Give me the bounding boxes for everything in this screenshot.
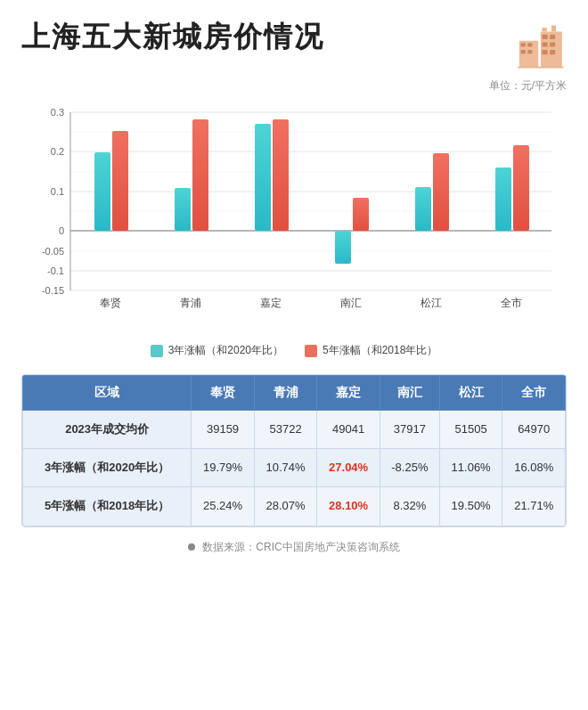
svg-text:嘉定: 嘉定 bbox=[260, 297, 282, 309]
cell: -8.25% bbox=[380, 449, 439, 487]
svg-rect-5 bbox=[550, 42, 555, 46]
legend-5yr: 5年涨幅（和2018年比） bbox=[305, 343, 437, 358]
cell: 27.04% bbox=[317, 449, 380, 487]
header: 上海五大新城房价情况 bbox=[21, 18, 567, 71]
col-header-songjiang: 松江 bbox=[439, 376, 502, 411]
svg-rect-45 bbox=[415, 187, 431, 231]
svg-rect-42 bbox=[335, 231, 351, 264]
building-icon bbox=[513, 18, 567, 71]
svg-rect-46 bbox=[433, 153, 449, 231]
svg-rect-8 bbox=[521, 43, 526, 46]
data-source: 数据来源：CRIC中国房地产决策咨询系统 bbox=[21, 540, 567, 555]
cell: 21.71% bbox=[502, 487, 566, 526]
svg-text:青浦: 青浦 bbox=[180, 297, 201, 309]
svg-rect-12 bbox=[543, 28, 547, 31]
svg-text:-0.15: -0.15 bbox=[42, 285, 64, 296]
row-label: 5年涨幅（和2018年比） bbox=[23, 487, 192, 526]
svg-rect-4 bbox=[543, 42, 548, 46]
cell: 28.07% bbox=[254, 487, 317, 526]
svg-rect-3 bbox=[550, 35, 555, 39]
svg-rect-34 bbox=[112, 131, 128, 231]
cell: 10.74% bbox=[254, 449, 317, 487]
col-header-qingpu: 青浦 bbox=[254, 376, 317, 411]
svg-rect-39 bbox=[255, 124, 271, 231]
cell: 64970 bbox=[502, 411, 566, 449]
cell: 16.08% bbox=[502, 449, 566, 487]
col-header-quanshi: 全市 bbox=[502, 376, 566, 411]
svg-text:全市: 全市 bbox=[501, 297, 522, 309]
svg-text:松江: 松江 bbox=[421, 297, 442, 309]
col-header-nanhui: 南汇 bbox=[380, 376, 439, 411]
cell: 11.06% bbox=[439, 449, 502, 487]
legend-label-5yr: 5年涨幅（和2018年比） bbox=[323, 343, 437, 358]
svg-rect-11 bbox=[527, 50, 532, 53]
cell: 28.10% bbox=[317, 487, 380, 526]
legend-label-3yr: 3年涨幅（和2020年比） bbox=[168, 343, 283, 358]
svg-rect-36 bbox=[175, 188, 191, 231]
svg-text:0.3: 0.3 bbox=[51, 107, 64, 118]
cell: 19.50% bbox=[439, 487, 502, 526]
svg-text:奉贤: 奉贤 bbox=[100, 297, 121, 309]
cell: 51505 bbox=[439, 411, 502, 449]
data-table: 区域 奉贤 青浦 嘉定 南汇 松江 全市 2023年成交均价3915953722… bbox=[21, 374, 567, 527]
col-header-region: 区域 bbox=[23, 376, 192, 411]
svg-rect-37 bbox=[192, 119, 208, 231]
svg-rect-40 bbox=[273, 119, 289, 231]
table-row: 3年涨幅（和2020年比）19.79%10.74%27.04%-8.25%11.… bbox=[23, 449, 566, 487]
chart-legend: 3年涨幅（和2020年比） 5年涨幅（和2018年比） bbox=[21, 343, 567, 358]
page-title: 上海五大新城房价情况 bbox=[21, 18, 324, 57]
source-dot-icon bbox=[188, 543, 195, 551]
table-row: 5年涨幅（和2018年比）25.24%28.07%28.10%8.32%19.5… bbox=[23, 487, 566, 526]
cell: 49041 bbox=[317, 411, 380, 449]
source-text: 数据来源：CRIC中国房地产决策咨询系统 bbox=[202, 540, 399, 555]
legend-3yr: 3年涨幅（和2020年比） bbox=[151, 343, 283, 358]
table-row: 2023年成交均价391595372249041379175150564970 bbox=[23, 411, 566, 449]
col-header-fengxian: 奉贤 bbox=[192, 376, 255, 411]
legend-dot-3yr bbox=[151, 345, 163, 357]
col-header-jiading: 嘉定 bbox=[317, 376, 380, 411]
svg-rect-48 bbox=[495, 167, 511, 231]
cell: 39159 bbox=[192, 411, 255, 449]
cell: 37917 bbox=[380, 411, 439, 449]
svg-rect-7 bbox=[550, 50, 555, 54]
svg-rect-6 bbox=[543, 50, 548, 54]
row-label: 3年涨幅（和2020年比） bbox=[23, 449, 192, 487]
row-label: 2023年成交均价 bbox=[23, 411, 192, 449]
svg-text:-0.1: -0.1 bbox=[47, 265, 64, 276]
svg-rect-13 bbox=[551, 26, 556, 32]
svg-rect-9 bbox=[527, 43, 532, 46]
svg-rect-43 bbox=[353, 198, 369, 231]
svg-rect-33 bbox=[94, 152, 110, 231]
legend-dot-5yr bbox=[305, 345, 317, 357]
svg-text:0.1: 0.1 bbox=[51, 186, 64, 197]
cell: 8.32% bbox=[380, 487, 439, 526]
bar-chart: 0.3 0.2 0.1 0 -0.05 -0.1 -0.15 bbox=[21, 99, 567, 331]
unit-label: 单位：元/平方米 bbox=[21, 78, 567, 94]
svg-rect-49 bbox=[513, 145, 529, 231]
svg-rect-2 bbox=[543, 35, 548, 39]
svg-text:0.2: 0.2 bbox=[51, 146, 64, 157]
svg-rect-10 bbox=[521, 50, 526, 53]
cell: 19.79% bbox=[192, 449, 255, 487]
svg-text:南汇: 南汇 bbox=[340, 297, 362, 309]
svg-text:0: 0 bbox=[59, 225, 64, 236]
cell: 25.24% bbox=[192, 487, 255, 526]
cell: 53722 bbox=[254, 411, 317, 449]
table-header-row: 区域 奉贤 青浦 嘉定 南汇 松江 全市 bbox=[23, 376, 566, 411]
svg-text:-0.05: -0.05 bbox=[42, 246, 64, 257]
